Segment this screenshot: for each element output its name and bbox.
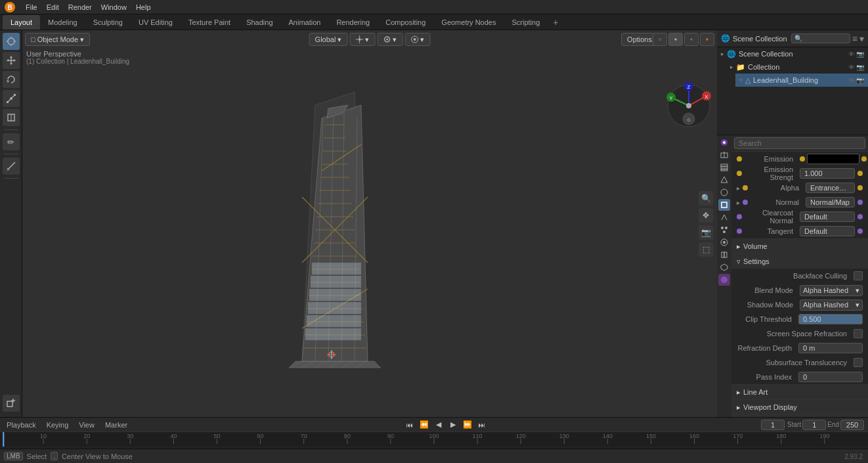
- emission-right-socket: [861, 156, 867, 162]
- properties-search[interactable]: [734, 137, 865, 149]
- alpha-value[interactable]: Entrance_Refract_in...: [806, 183, 855, 193]
- proportional-edit-button[interactable]: ▾: [404, 33, 430, 46]
- normal-value[interactable]: Normal/Map: [806, 197, 855, 208]
- tab-uv-editing[interactable]: UV Editing: [131, 15, 181, 30]
- line-art-header[interactable]: ▸ Line Art: [731, 385, 868, 399]
- props-tab-object[interactable]: [718, 199, 730, 211]
- props-tab-material[interactable]: [718, 274, 730, 286]
- end-frame-input[interactable]: 250: [840, 420, 864, 430]
- outliner-item-collection[interactable]: ▸ 📁 Collection 👁 📷: [726, 60, 868, 74]
- leadenhall-render[interactable]: 📷: [856, 77, 864, 84]
- tab-layout[interactable]: Layout: [3, 15, 40, 30]
- volume-header[interactable]: ▸ Volume: [731, 239, 868, 254]
- tangent-value[interactable]: Default: [800, 226, 855, 236]
- outliner-item-scene-collection[interactable]: ▸ 🌐 Scene Collection 👁 📷: [717, 47, 868, 60]
- clearcoat-value[interactable]: Default: [800, 211, 855, 222]
- backface-checkbox[interactable]: [854, 271, 863, 280]
- viewport-shading-material[interactable]: [684, 33, 699, 46]
- viewport-3d[interactable]: □ Object Mode ▾ Global ▾ ▾: [22, 30, 717, 417]
- props-tab-modifier[interactable]: [718, 211, 730, 223]
- blend-mode-select[interactable]: Alpha Hashed ▾: [800, 285, 863, 296]
- viewport-shading-wire[interactable]: [653, 33, 667, 46]
- clip-threshold-value[interactable]: 0.500: [798, 314, 863, 324]
- scale-tool-button[interactable]: [3, 90, 20, 107]
- viewport-shading-render[interactable]: [700, 33, 714, 46]
- props-tab-scene[interactable]: [718, 174, 730, 186]
- props-tab-physics[interactable]: [718, 236, 730, 248]
- start-frame-input[interactable]: 1: [802, 420, 826, 430]
- current-frame-display[interactable]: 1: [761, 420, 785, 430]
- pass-index-value[interactable]: 0: [798, 372, 863, 382]
- tab-modeling[interactable]: Modeling: [40, 15, 85, 30]
- transform-space-button[interactable]: Global ▾: [309, 33, 348, 46]
- tab-rendering[interactable]: Rendering: [328, 15, 378, 30]
- cursor-tool-button[interactable]: [3, 33, 20, 50]
- navigation-gizmo[interactable]: X Y Z ⊙: [666, 83, 712, 129]
- tab-scripting[interactable]: Scripting: [504, 15, 548, 30]
- timeline-ruler[interactable]: 10 20 30 40 50 60 70 80 90 100: [0, 432, 868, 449]
- props-tab-data[interactable]: [718, 261, 730, 273]
- pivot-button[interactable]: ▾: [349, 33, 375, 46]
- play-button[interactable]: ▶: [447, 419, 459, 431]
- jump-end-button[interactable]: ⏭: [476, 419, 488, 431]
- visibility-toggle[interactable]: 👁: [848, 51, 855, 58]
- marker-tab[interactable]: Marker: [102, 421, 130, 429]
- viewport-shading-solid[interactable]: [668, 33, 683, 46]
- tab-geometry-nodes[interactable]: Geometry Nodes: [433, 15, 504, 30]
- svg-text:50: 50: [213, 433, 220, 439]
- emission-strength-value[interactable]: 1.000: [800, 168, 855, 179]
- transform-tool-button[interactable]: [3, 109, 20, 126]
- tab-compositing[interactable]: Compositing: [378, 15, 433, 30]
- svg-point-34: [413, 38, 416, 41]
- tab-animation[interactable]: Animation: [281, 15, 329, 30]
- view-tab[interactable]: View: [76, 421, 97, 429]
- leadenhall-visibility[interactable]: 👁: [848, 77, 855, 84]
- measure-tool-button[interactable]: [3, 158, 20, 175]
- menu-render[interactable]: Render: [64, 0, 97, 14]
- collection-visibility[interactable]: 👁: [848, 64, 855, 71]
- menu-edit[interactable]: Edit: [42, 0, 64, 14]
- emission-color-swatch[interactable]: [807, 154, 859, 164]
- render-toggle[interactable]: 📷: [856, 51, 864, 58]
- menu-file[interactable]: File: [21, 0, 42, 14]
- camera-view-button[interactable]: 📷: [699, 225, 713, 240]
- shadow-mode-select[interactable]: Alpha Hashed ▾: [800, 299, 863, 311]
- subsurface-checkbox[interactable]: [854, 358, 863, 367]
- playback-tab[interactable]: Playback: [4, 421, 39, 429]
- annotate-tool-button[interactable]: ✏: [3, 133, 20, 150]
- rotate-tool-button[interactable]: [3, 71, 20, 88]
- jump-start-button[interactable]: ⏮: [404, 419, 416, 431]
- props-tab-particles[interactable]: [718, 224, 730, 236]
- menu-window[interactable]: Window: [97, 0, 131, 14]
- filter-icon[interactable]: ≡: [852, 33, 857, 44]
- next-frame-button[interactable]: ⏩: [462, 419, 473, 431]
- add-workspace-button[interactable]: +: [548, 17, 563, 28]
- object-mode-button[interactable]: □ Object Mode ▾: [25, 33, 90, 46]
- props-tab-constraints[interactable]: [718, 249, 730, 261]
- props-tab-world[interactable]: [718, 187, 730, 198]
- tab-texture-paint[interactable]: Texture Paint: [181, 15, 238, 30]
- add-object-button[interactable]: [3, 395, 20, 412]
- outliner-options-icon[interactable]: ▾: [859, 33, 864, 44]
- props-tab-view-layer[interactable]: [718, 162, 730, 173]
- refraction-depth-value[interactable]: 0 m: [798, 343, 863, 353]
- outliner-item-leadenhall[interactable]: ▿ △ Leadenhall_Building 👁 📷: [735, 74, 868, 87]
- outliner-search-field[interactable]: 🔍: [791, 33, 850, 43]
- pan-button[interactable]: ✥: [699, 208, 713, 223]
- menu-help[interactable]: Help: [131, 0, 156, 14]
- prev-frame-button[interactable]: ⏪: [418, 419, 430, 431]
- frame-all-button[interactable]: ⬚: [699, 242, 713, 257]
- reverse-play-button[interactable]: ◀: [433, 419, 445, 431]
- move-tool-button[interactable]: [3, 52, 20, 69]
- tab-sculpting[interactable]: Sculpting: [85, 15, 131, 30]
- viewport-display-header[interactable]: ▸ Viewport Display: [731, 400, 868, 414]
- settings-header[interactable]: ▿ Settings: [731, 254, 868, 269]
- collection-render[interactable]: 📷: [856, 64, 864, 71]
- snap-button[interactable]: ▾: [377, 33, 402, 46]
- ssr-checkbox[interactable]: [854, 329, 863, 338]
- tab-shading[interactable]: Shading: [238, 15, 280, 30]
- keying-tab[interactable]: Keying: [44, 421, 72, 429]
- props-tab-output[interactable]: [718, 149, 730, 161]
- zoom-in-button[interactable]: 🔍: [699, 191, 713, 206]
- props-tab-render[interactable]: [718, 137, 730, 148]
